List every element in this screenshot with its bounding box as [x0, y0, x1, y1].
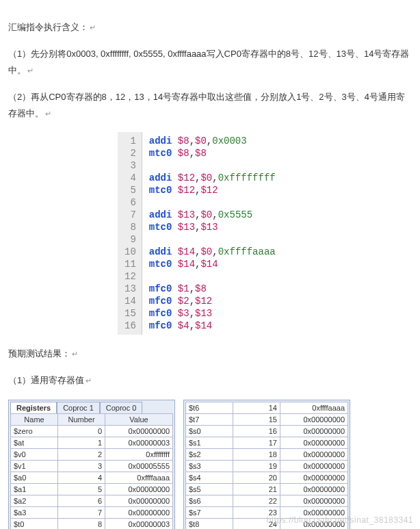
left-register-panel: Registers Coproc 1 Coproc 0 Name Number … [8, 400, 175, 529]
reg-value: 0x00000000 [105, 483, 173, 495]
table-row: $s0160x00000000 [186, 425, 348, 437]
line-number: 12 [124, 270, 136, 283]
reg-name: $t6 [186, 402, 233, 413]
code-body: addi $8,$0,0x0003mtc0 $8,$8 addi $12,$0,… [142, 132, 283, 335]
table-row: $s4200x00000000 [186, 472, 348, 483]
reg-number: 14 [233, 402, 280, 413]
reg-value: 0x00000000 [280, 483, 348, 495]
reg-number: 20 [233, 472, 280, 483]
table-row: $a150x00000000 [11, 483, 173, 495]
reg-value: 0x00000000 [105, 495, 173, 506]
reg-value: 0x00000003 [105, 518, 173, 529]
line-number: 16 [124, 320, 136, 332]
sub1-text: （1）通用寄存器值 [8, 375, 84, 385]
reg-value: 0x00005555 [105, 460, 173, 472]
right-register-panel: $t6140xffffaaaa$t7150x00000000$s0160x000… [183, 400, 350, 529]
reg-number: 7 [58, 506, 105, 518]
code-line: addi $12,$0,0xffffffff [149, 172, 276, 184]
table-header-row: Name Number Value [11, 413, 173, 425]
reg-name: $a0 [11, 472, 58, 483]
reg-name: $t0 [11, 518, 58, 529]
reg-value: 0x00000000 [280, 437, 348, 448]
line-number: 14 [124, 295, 136, 307]
line-number: 13 [124, 283, 136, 295]
code-line [149, 196, 276, 209]
para-2: （2）再从CP0寄存器的8，12，13，14号寄存器中取出这些值，分别放入1号、… [8, 89, 412, 121]
left-register-table: Name Number Value $zero00x00000000$at10x… [10, 413, 173, 529]
reg-number: 3 [58, 460, 105, 472]
reg-name: $a2 [11, 495, 58, 506]
table-row: $v020xffffffff [11, 448, 173, 460]
code-line: addi $8,$0,0x0003 [149, 135, 276, 147]
reg-number: 21 [233, 483, 280, 495]
tab-coproc1[interactable]: Coproc 1 [57, 402, 100, 413]
reg-value: 0x00000000 [280, 472, 348, 483]
reg-value: 0x00000000 [280, 460, 348, 472]
code-line: mtc0 $14,$14 [149, 258, 276, 270]
return-mark: ↵ [86, 376, 92, 385]
line-number: 5 [124, 184, 136, 196]
code-line: mfc0 $2,$12 [149, 295, 276, 307]
table-row: $zero00x00000000 [11, 425, 173, 437]
reg-number: 1 [58, 437, 105, 448]
reg-number: 15 [233, 413, 280, 425]
th-number: Number [58, 413, 105, 425]
table-row: $t080x00000003 [11, 518, 173, 529]
th-name: Name [11, 413, 58, 425]
reg-name: $s0 [186, 425, 233, 437]
line-number: 11 [124, 258, 136, 270]
code-line [149, 159, 276, 172]
table-row: $s3190x00000000 [186, 460, 348, 472]
para-1: （1）先分别将0x0003, 0xffffffff, 0x5555, 0xfff… [8, 46, 412, 78]
expected-title: 预期测试结果：↵ [8, 346, 412, 361]
code-line: mfc0 $3,$13 [149, 307, 276, 320]
reg-number: 6 [58, 495, 105, 506]
title-line: 汇编指令执行含义：↵ [8, 19, 412, 35]
line-number: 7 [124, 209, 136, 221]
table-row: $a260x00000000 [11, 495, 173, 506]
reg-number: 0 [58, 425, 105, 437]
reg-value: 0x00000000 [105, 506, 173, 518]
reg-number: 4 [58, 472, 105, 483]
code-block: 12345678910111213141516 addi $8,$0,0x000… [118, 132, 282, 335]
table-row: $t6140xffffaaaa [186, 402, 348, 413]
return-mark: ↵ [90, 23, 96, 31]
reg-value: 0x00000000 [105, 425, 173, 437]
reg-name: $t7 [186, 413, 233, 425]
tab-registers[interactable]: Registers [10, 402, 57, 413]
reg-number: 17 [233, 437, 280, 448]
table-row: $s2180x00000000 [186, 448, 348, 460]
table-row: $s6220x00000000 [186, 495, 348, 506]
reg-name: $s1 [186, 437, 233, 448]
return-mark: ↵ [27, 66, 34, 75]
reg-number: 5 [58, 483, 105, 495]
reg-value: 0x00000000 [280, 448, 348, 460]
return-mark: ↵ [72, 350, 78, 358]
table-row: $at10x00000003 [11, 437, 173, 448]
title: 汇编指令执行含义： [8, 22, 88, 32]
code-line: mfc0 $4,$14 [149, 320, 276, 332]
reg-name: $zero [11, 425, 58, 437]
reg-number: 8 [58, 518, 105, 529]
line-number: 4 [124, 172, 136, 184]
right-register-table: $t6140xffffaaaa$t7150x00000000$s0160x000… [185, 402, 348, 529]
reg-name: $s4 [186, 472, 233, 483]
reg-number: 22 [233, 495, 280, 506]
code-gutter: 12345678910111213141516 [118, 132, 142, 335]
tab-coproc0[interactable]: Coproc 0 [100, 402, 143, 413]
sub1: （1）通用寄存器值↵ [8, 372, 412, 388]
reg-name: $s3 [186, 460, 233, 472]
reg-name: $s5 [186, 483, 233, 495]
table-row: $s1170x00000000 [186, 437, 348, 448]
line-number: 1 [124, 135, 136, 147]
table-row: $s5210x00000000 [186, 483, 348, 495]
reg-number: 19 [233, 460, 280, 472]
tables-row: Registers Coproc 1 Coproc 0 Name Number … [8, 400, 412, 529]
reg-name: $s7 [186, 506, 233, 518]
line-number: 2 [124, 147, 136, 159]
code-line: mtc0 $13,$13 [149, 221, 276, 233]
line-number: 15 [124, 307, 136, 320]
reg-value: 0xffffffff [105, 448, 173, 460]
reg-name: $t8 [186, 518, 233, 529]
reg-value: 0x00000000 [280, 495, 348, 506]
